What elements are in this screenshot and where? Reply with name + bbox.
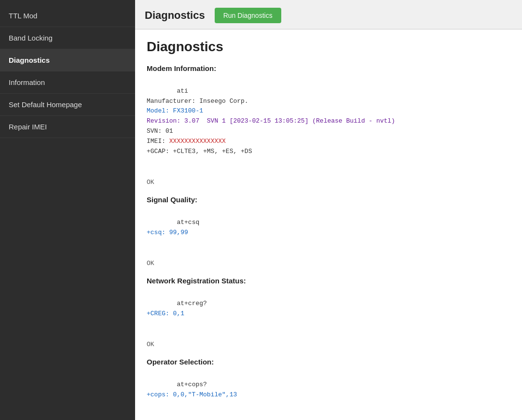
signal-quality-heading: Signal Quality:	[147, 196, 510, 204]
sidebar-item-set-default-homepage[interactable]: Set Default Homepage	[0, 94, 135, 116]
modem-information-heading: Modem Information:	[147, 64, 510, 72]
signal-quality-code: at+csq +csq: 99,99	[147, 208, 510, 258]
main-area: Diagnostics Run Diagnostics Diagnostics …	[135, 0, 522, 420]
modem-information-code: ati Manufacturer: Inseego Corp. Model: F…	[147, 76, 510, 177]
operator-selection-code: at+cops? +cops: 0,0,"T-Mobile",13	[147, 370, 510, 420]
signal-ok-status: OK	[147, 260, 510, 267]
operator-selection-heading: Operator Selection:	[147, 358, 510, 366]
run-diagnostics-button[interactable]: Run Diagnostics	[215, 8, 281, 23]
network-registration-heading: Network Registration Status:	[147, 277, 510, 285]
sidebar-item-band-locking[interactable]: Band Locking	[0, 27, 135, 49]
network-registration-code: at+creg? +CREG: 0,1	[147, 289, 510, 339]
sidebar-item-label: Band Locking	[9, 34, 53, 42]
topbar-title: Diagnostics	[145, 9, 205, 22]
modem-ok-status: OK	[147, 179, 510, 186]
sidebar-item-repair-imei[interactable]: Repair IMEI	[0, 116, 135, 138]
sidebar-item-information[interactable]: Information	[0, 71, 135, 94]
sidebar-item-label: TTL Mod	[9, 12, 37, 20]
topbar: Diagnostics Run Diagnostics	[135, 0, 522, 29]
sidebar-item-ttl-mod[interactable]: TTL Mod	[0, 5, 135, 27]
modem-information-section: Modem Information: ati Manufacturer: Ins…	[147, 64, 510, 186]
sidebar-item-label: Information	[9, 78, 45, 86]
network-ok-status: OK	[147, 341, 510, 348]
sidebar-item-label: Diagnostics	[9, 56, 50, 64]
operator-selection-section: Operator Selection: at+cops? +cops: 0,0,…	[147, 358, 510, 420]
sidebar-item-label: Repair IMEI	[9, 123, 47, 131]
content-title: Diagnostics	[147, 39, 510, 55]
content-area: Diagnostics Modem Information: ati Manuf…	[135, 29, 522, 420]
sidebar-item-diagnostics[interactable]: Diagnostics	[0, 49, 135, 71]
network-registration-section: Network Registration Status: at+creg? +C…	[147, 277, 510, 348]
signal-quality-section: Signal Quality: at+csq +csq: 99,99 OK	[147, 196, 510, 267]
sidebar-item-label: Set Default Homepage	[9, 100, 82, 109]
sidebar: TTL Mod Band Locking Diagnostics Informa…	[0, 0, 135, 420]
